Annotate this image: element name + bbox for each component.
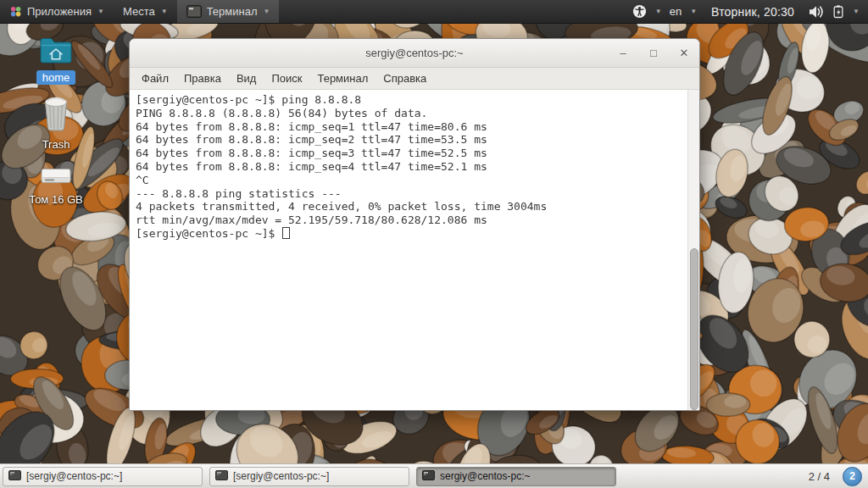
- chevron-down-icon: ▼: [97, 8, 104, 15]
- taskbar-window-label: sergiy@centos-pc:~: [440, 470, 531, 482]
- terminal-window: sergiy@centos-pc:~ – □ ✕ Файл Правка Вид…: [129, 38, 700, 411]
- mini-terminal-icon: [8, 470, 21, 483]
- clock[interactable]: Вторник, 20:30: [711, 5, 794, 19]
- terminal-line: 64 bytes from 8.8.8.8: icmp_seq=4 ttl=47…: [136, 160, 686, 174]
- chevron-down-icon: ▼: [690, 8, 697, 15]
- minimize-button[interactable]: –: [618, 47, 628, 58]
- terminal-app-icon: [186, 5, 202, 18]
- terminal-app-menu[interactable]: Терминал ▼: [177, 0, 280, 23]
- taskbar-window-label: [sergiy@centos-pc:~]: [233, 470, 329, 482]
- trash-icon: [41, 96, 71, 135]
- applications-icon: [9, 5, 22, 18]
- desktop-icon-label: Том 16 GB: [23, 192, 89, 207]
- terminal-line: [sergiy@centos-pc ~]$ ping 8.8.8.8: [136, 93, 686, 107]
- workspace-indicator[interactable]: 2 / 4: [809, 470, 830, 483]
- terminal-line: PING 8.8.8.8 (8.8.8.8) 56(84) bytes of d…: [136, 107, 686, 120]
- terminal-line: 64 bytes from 8.8.8.8: icmp_seq=3 ttl=47…: [136, 147, 686, 160]
- scrollbar-thumb[interactable]: [690, 248, 698, 410]
- terminal-line: 4 packets transmitted, 4 received, 0% pa…: [136, 200, 686, 214]
- terminal-line: --- 8.8.8.8 ping statistics ---: [136, 187, 686, 201]
- places-menu[interactable]: Места ▼: [114, 0, 177, 23]
- workspace-badge[interactable]: 2: [843, 467, 862, 486]
- terminal-cursor: [282, 227, 290, 239]
- top-panel: Приложения ▼ Места ▼ Терминал ▼ ▼ en ▼ В…: [0, 0, 868, 24]
- language-indicator[interactable]: en: [670, 5, 682, 18]
- menu-file[interactable]: Файл: [134, 70, 176, 86]
- desktop-icon-volume[interactable]: Том 16 GB: [20, 166, 92, 207]
- terminal-line: 64 bytes from 8.8.8.8: icmp_seq=1 ttl=47…: [136, 120, 686, 134]
- menu-view[interactable]: Вид: [229, 70, 264, 86]
- window-controls: – □ ✕: [618, 39, 689, 67]
- close-button[interactable]: ✕: [679, 47, 689, 58]
- home-folder-icon: [39, 36, 73, 68]
- applications-menu-label: Приложения: [27, 5, 92, 18]
- places-menu-label: Места: [123, 5, 155, 18]
- terminal-app-menu-label: Терминал: [207, 5, 258, 18]
- chevron-down-icon: ▼: [655, 8, 662, 15]
- panel-status-area: ▼ en ▼ Вторник, 20:30 ▼: [632, 0, 868, 23]
- terminal-line: rtt min/avg/max/mdev = 52.195/59.718/80.…: [136, 214, 686, 227]
- panel-menus: Приложения ▼ Места ▼ Терминал ▼: [0, 0, 279, 23]
- window-title: sergiy@centos-pc:~: [365, 47, 463, 59]
- terminal-prompt-line: [sergiy@centos-pc ~]$: [136, 227, 686, 241]
- mini-terminal-icon: [422, 470, 435, 483]
- taskbar-window-button[interactable]: [sergiy@centos-pc:~]: [209, 467, 409, 486]
- chevron-down-icon: ▼: [161, 8, 168, 15]
- terminal-menubar: Файл Правка Вид Поиск Терминал Справка: [130, 68, 699, 90]
- menu-terminal[interactable]: Терминал: [309, 70, 376, 86]
- taskbar: [sergiy@centos-pc:~] [sergiy@centos-pc:~…: [0, 463, 868, 488]
- desktop-icon-home[interactable]: home: [20, 36, 92, 85]
- battery-icon[interactable]: [832, 5, 844, 19]
- menu-help[interactable]: Справка: [376, 70, 434, 86]
- menu-edit[interactable]: Правка: [176, 70, 229, 86]
- terminal-line: ^C: [136, 174, 686, 187]
- terminal-scrollbar[interactable]: [687, 90, 699, 410]
- disk-drive-icon: [39, 166, 73, 190]
- taskbar-window-button[interactable]: [sergiy@centos-pc:~]: [3, 467, 203, 486]
- chevron-down-icon: ▼: [264, 8, 270, 15]
- desktop-icon-label: home: [36, 70, 76, 85]
- taskbar-window-label: [sergiy@centos-pc:~]: [26, 470, 122, 482]
- maximize-button[interactable]: □: [648, 47, 659, 58]
- terminal-line: 64 bytes from 8.8.8.8: icmp_seq=2 ttl=47…: [136, 133, 686, 147]
- desktop-icon-label: Trash: [36, 137, 76, 152]
- terminal-output[interactable]: [sergiy@centos-pc ~]$ ping 8.8.8.8 PING …: [130, 90, 699, 410]
- volume-icon[interactable]: [809, 5, 825, 19]
- taskbar-window-button-active[interactable]: sergiy@centos-pc:~: [416, 467, 616, 486]
- mini-terminal-icon: [215, 470, 228, 483]
- desktop-icon-trash[interactable]: Trash: [20, 96, 92, 152]
- chevron-down-icon: ▼: [853, 8, 860, 15]
- terminal-prompt: [sergiy@centos-pc ~]$: [136, 227, 281, 240]
- menu-search[interactable]: Поиск: [264, 70, 309, 86]
- applications-menu[interactable]: Приложения ▼: [0, 0, 114, 23]
- accessibility-icon[interactable]: [632, 4, 647, 19]
- window-titlebar[interactable]: sergiy@centos-pc:~ – □ ✕: [130, 39, 699, 68]
